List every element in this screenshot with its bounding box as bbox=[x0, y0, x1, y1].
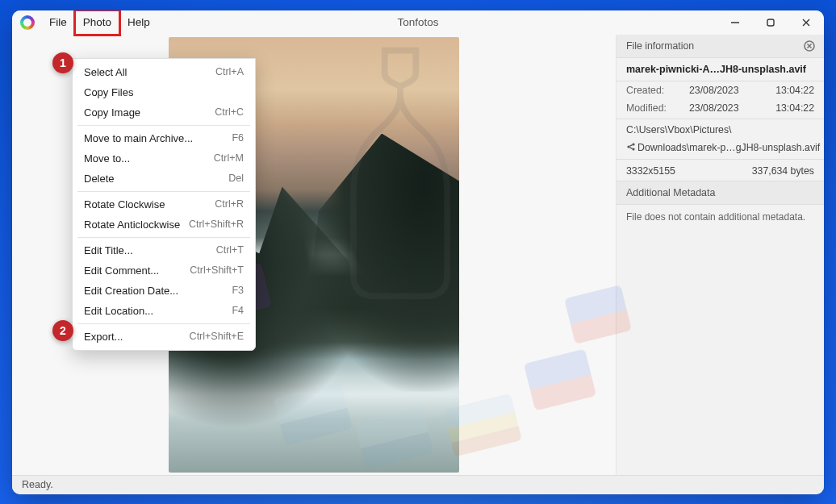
callout-2: 2 bbox=[52, 320, 73, 341]
menu-move-to[interactable]: Move to...Ctrl+M bbox=[73, 148, 255, 169]
menu-help[interactable]: Help bbox=[119, 10, 158, 35]
menu-select-all[interactable]: Select AllCtrl+A bbox=[73, 62, 255, 82]
menu-rotate-cw[interactable]: Rotate ClockwiseCtrl+R bbox=[73, 194, 255, 215]
svg-point-3 bbox=[632, 143, 634, 145]
size-row: 3332x5155 337,634 bytes bbox=[617, 161, 824, 181]
wm-tile-icon bbox=[524, 348, 596, 410]
file-path-line2: Downloads\marek-p…gJH8-unsplash.avif bbox=[617, 139, 824, 157]
metadata-header: Additional Metadata bbox=[617, 181, 824, 205]
menu-file[interactable]: File bbox=[41, 10, 75, 35]
body-area: File information marek-piwnicki-A…JH8-un… bbox=[12, 35, 824, 475]
menu-copy-image[interactable]: Copy ImageCtrl+C bbox=[73, 102, 255, 123]
modified-row: Modified: 23/08/2023 13:04:22 bbox=[617, 99, 824, 117]
app-logo-icon bbox=[20, 15, 35, 30]
menu-separator bbox=[77, 191, 250, 192]
app-window: File Photo Help Tonfotos bbox=[12, 10, 824, 494]
file-bytes: 337,634 bytes bbox=[752, 165, 814, 177]
photo-menu-dropdown: Select AllCtrl+A Copy Files Copy ImageCt… bbox=[72, 58, 256, 351]
menu-delete[interactable]: DeleteDel bbox=[73, 169, 255, 189]
status-bar: Ready. bbox=[12, 475, 824, 494]
menu-separator bbox=[77, 237, 250, 238]
file-path-line1: C:\Users\Vbox\Pictures\ bbox=[617, 121, 824, 139]
file-info-panel: File information marek-piwnicki-A…JH8-un… bbox=[616, 35, 824, 475]
modified-label: Modified: bbox=[626, 102, 683, 114]
close-panel-button[interactable] bbox=[803, 40, 816, 52]
menubar: File Photo Help bbox=[41, 10, 158, 35]
minimize-button[interactable] bbox=[721, 12, 750, 33]
file-name: marek-piwnicki-A…JH8-unsplash.avif bbox=[617, 58, 824, 81]
menu-photo[interactable]: Photo bbox=[75, 10, 119, 35]
created-time: 13:04:22 bbox=[761, 85, 814, 96]
status-text: Ready. bbox=[22, 479, 53, 490]
menu-edit-title[interactable]: Edit Title...Ctrl+T bbox=[73, 240, 255, 260]
menu-edit-comment[interactable]: Edit Comment...Ctrl+Shift+T bbox=[73, 260, 255, 281]
file-path-line2-text: Downloads\marek-p…gJH8-unsplash.avif bbox=[637, 142, 820, 153]
menu-separator bbox=[77, 323, 250, 324]
svg-point-2 bbox=[627, 145, 629, 148]
window-controls bbox=[721, 10, 821, 35]
created-date: 23/08/2023 bbox=[689, 85, 754, 96]
menu-edit-location[interactable]: Edit Location...F4 bbox=[73, 301, 255, 321]
callout-1: 1 bbox=[52, 52, 73, 73]
created-label: Created: bbox=[626, 85, 683, 96]
menu-copy-files[interactable]: Copy Files bbox=[73, 82, 255, 102]
menu-rotate-ccw[interactable]: Rotate AnticlockwiseCtrl+Shift+R bbox=[73, 215, 255, 235]
menu-separator bbox=[77, 125, 250, 126]
titlebar: File Photo Help Tonfotos bbox=[12, 10, 824, 35]
svg-point-4 bbox=[632, 148, 634, 150]
menu-export[interactable]: Export...Ctrl+Shift+E bbox=[73, 327, 255, 347]
image-dimensions: 3332x5155 bbox=[626, 165, 675, 177]
file-info-title: File information bbox=[626, 40, 694, 52]
modified-date: 23/08/2023 bbox=[689, 102, 754, 114]
created-row: Created: 23/08/2023 13:04:22 bbox=[617, 81, 824, 99]
close-button[interactable] bbox=[792, 12, 821, 33]
file-info-header: File information bbox=[617, 35, 824, 58]
maximize-button[interactable] bbox=[756, 12, 785, 33]
modified-time: 13:04:22 bbox=[761, 102, 814, 114]
menu-move-to-archive[interactable]: Move to main Archive...F6 bbox=[73, 128, 255, 148]
metadata-note: File does not contain additional metadat… bbox=[617, 205, 824, 229]
share-icon bbox=[626, 142, 636, 154]
svg-rect-0 bbox=[767, 19, 774, 26]
menu-edit-creation-date[interactable]: Edit Creation Date...F3 bbox=[73, 281, 255, 301]
